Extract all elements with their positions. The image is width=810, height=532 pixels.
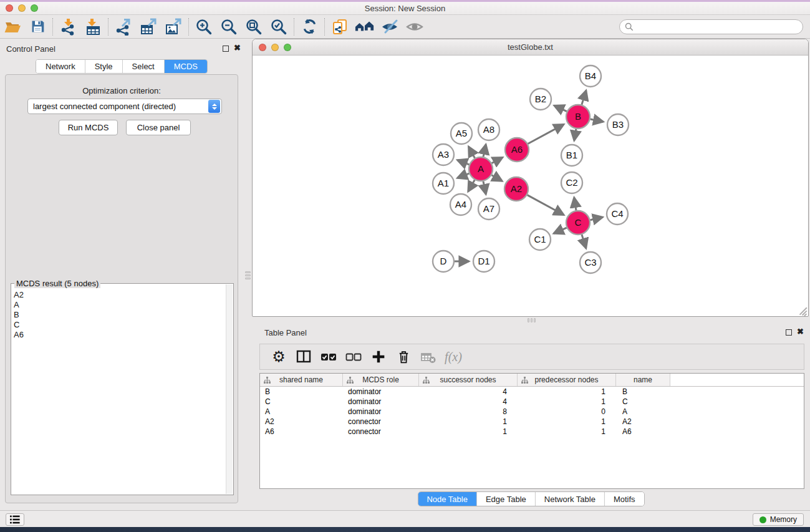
function-builder-button[interactable]: f(x) — [442, 346, 465, 368]
network-canvas[interactable]: B4B2BB3A8A5A6B1A3AA1C2A2A4A7C4CC1C3DD1 — [253, 56, 808, 316]
graph-edge-C-C1[interactable] — [554, 228, 567, 233]
export-image-button[interactable] — [161, 16, 186, 37]
graph-edge-C-C3[interactable] — [582, 235, 586, 248]
table-row[interactable]: Adominator80A — [260, 407, 804, 417]
mcds-result-item[interactable]: B — [14, 310, 224, 320]
cell-shared-name[interactable]: B — [260, 387, 343, 397]
graph-edge-C-C2[interactable] — [574, 198, 576, 211]
criterion-dropdown[interactable]: largest connected component (directed) — [27, 99, 222, 114]
table-row[interactable]: Bdominator41B — [260, 387, 804, 397]
table-float-panel-icon[interactable] — [786, 329, 792, 336]
cell-successor-nodes[interactable]: 1 — [419, 427, 518, 437]
mcds-result-item[interactable]: A2 — [14, 290, 224, 300]
mcds-result-item[interactable]: A — [14, 300, 224, 310]
zoom-selected-button[interactable] — [266, 16, 291, 37]
cell-successor-nodes[interactable]: 8 — [419, 407, 518, 417]
delete-column-button[interactable] — [392, 346, 415, 368]
graph-edge-A2-C[interactable] — [528, 195, 564, 215]
graph-edge-A-A1[interactable] — [457, 173, 469, 178]
import-network-button[interactable] — [55, 16, 80, 37]
zoom-fit-button[interactable] — [241, 16, 266, 37]
mcds-result-item[interactable]: A6 — [14, 330, 224, 340]
graph-edge-C-C4[interactable] — [591, 217, 603, 220]
delete-table-button[interactable] — [417, 346, 440, 368]
save-session-button[interactable] — [25, 16, 50, 37]
tab-node-table[interactable]: Node Table — [418, 492, 477, 506]
network-overview-button[interactable] — [352, 16, 377, 37]
cell-MCDS-role[interactable]: connector — [343, 417, 419, 427]
table-row[interactable]: Cdominator41C — [260, 397, 804, 407]
search-input[interactable] — [637, 22, 803, 32]
tab-network[interactable]: Network — [36, 60, 85, 73]
import-table-button[interactable] — [80, 16, 105, 37]
show-columns-button[interactable] — [292, 346, 315, 368]
cell-predecessor-nodes[interactable]: 1 — [518, 397, 616, 407]
tab-motifs[interactable]: Motifs — [605, 492, 644, 506]
column-header-name[interactable]: name — [616, 374, 670, 386]
deselect-all-columns-button[interactable] — [342, 346, 365, 368]
cell-successor-nodes[interactable]: 1 — [419, 417, 518, 427]
cell-shared-name[interactable]: A — [260, 407, 343, 417]
tab-select[interactable]: Select — [123, 60, 165, 73]
create-column-button[interactable] — [367, 346, 390, 368]
cell-shared-name[interactable]: A2 — [260, 417, 343, 427]
task-history-button[interactable] — [6, 513, 24, 526]
cell-name[interactable]: A — [616, 407, 670, 417]
cell-predecessor-nodes[interactable]: 1 — [518, 427, 616, 437]
cell-predecessor-nodes[interactable]: 1 — [518, 417, 616, 427]
search-field[interactable] — [619, 19, 803, 34]
cell-name[interactable]: B — [616, 387, 670, 397]
cell-MCDS-role[interactable]: connector — [343, 427, 419, 437]
node-table[interactable]: shared nameMCDS rolesuccessor nodesprede… — [259, 373, 804, 489]
column-header-shared-name[interactable]: shared name — [260, 374, 343, 386]
mcds-result-scrollbar[interactable] — [226, 284, 233, 494]
graph-edge-A-A4[interactable] — [468, 180, 475, 191]
tab-edge-table[interactable]: Edge Table — [477, 492, 536, 506]
graph-edge-B-B2[interactable] — [554, 105, 567, 111]
show-graphics-details-button[interactable] — [402, 16, 427, 37]
network-window-titlebar[interactable]: testGlobe.txt — [253, 39, 808, 56]
zoom-out-button[interactable] — [216, 16, 241, 37]
run-mcds-button[interactable]: Run MCDS — [59, 120, 118, 135]
horizontal-split-handle[interactable] — [525, 317, 538, 323]
graph-edge-B-B4[interactable] — [582, 90, 586, 105]
export-network-button[interactable] — [111, 16, 136, 37]
memory-button[interactable]: Memory — [753, 513, 804, 526]
tab-style[interactable]: Style — [85, 60, 123, 73]
column-header-MCDS-role[interactable]: MCDS role — [343, 374, 419, 386]
cell-MCDS-role[interactable]: dominator — [343, 387, 419, 397]
close-panel-icon[interactable]: ✖ — [234, 43, 241, 52]
zoom-in-button[interactable] — [191, 16, 216, 37]
graph-edge-B-B1[interactable] — [574, 129, 576, 141]
graph-edge-A-A2[interactable] — [491, 175, 502, 181]
graph-edge-A-A5[interactable] — [468, 147, 475, 158]
cell-predecessor-nodes[interactable]: 1 — [518, 387, 616, 397]
graph-edge-A6-B[interactable] — [528, 124, 564, 143]
tab-mcds[interactable]: MCDS — [165, 60, 207, 73]
cell-MCDS-role[interactable]: dominator — [343, 407, 419, 417]
cell-MCDS-role[interactable]: dominator — [343, 397, 419, 407]
clone-network-button[interactable] — [327, 16, 352, 37]
close-panel-button[interactable]: Close panel — [126, 120, 191, 135]
graph-edge-A-A7[interactable] — [483, 181, 486, 195]
float-panel-icon[interactable] — [223, 46, 229, 52]
vertical-split-handle[interactable] — [245, 269, 251, 281]
graph-edge-B-B3[interactable] — [591, 119, 604, 122]
column-header-successor-nodes[interactable]: successor nodes — [419, 374, 518, 386]
graph-edge-A-A3[interactable] — [457, 160, 469, 165]
window-resize-grip[interactable] — [798, 306, 807, 315]
cell-successor-nodes[interactable]: 4 — [419, 397, 518, 407]
cell-shared-name[interactable]: C — [260, 397, 343, 407]
table-close-panel-icon[interactable]: ✖ — [797, 327, 804, 336]
cell-predecessor-nodes[interactable]: 0 — [518, 407, 616, 417]
apply-layout-button[interactable] — [297, 16, 322, 37]
mcds-result-item[interactable]: C — [14, 320, 224, 330]
cell-shared-name[interactable]: A6 — [260, 427, 343, 437]
graph-edge-A-A8[interactable] — [483, 145, 486, 157]
table-settings-button[interactable]: ⚙ — [268, 346, 290, 368]
table-row[interactable]: A6connector11A6 — [260, 427, 804, 437]
cell-name[interactable]: A2 — [616, 417, 670, 427]
tab-network-table[interactable]: Network Table — [536, 492, 605, 506]
cell-name[interactable]: A6 — [616, 427, 670, 437]
select-all-columns-button[interactable] — [317, 346, 340, 368]
